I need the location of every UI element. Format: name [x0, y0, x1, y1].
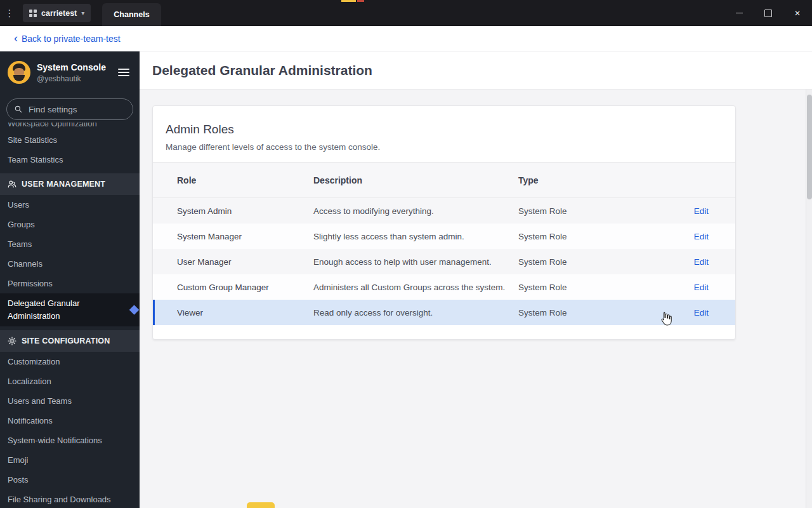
- card-description: Manage different levels of access to the…: [166, 142, 723, 152]
- maximize-icon: [764, 10, 772, 17]
- close-button[interactable]: ✕: [783, 0, 812, 26]
- window-controls: ✕: [724, 0, 812, 26]
- back-link-label: Back to private-team-test: [22, 34, 121, 44]
- cell-description: Read only access for oversight.: [313, 308, 518, 318]
- sidebar-item-groups[interactable]: Groups: [0, 215, 140, 234]
- close-icon: ✕: [794, 9, 801, 18]
- table-row-viewer[interactable]: Viewer Read only access for oversight. S…: [153, 300, 735, 325]
- cell-role: Viewer: [177, 308, 313, 318]
- column-header-description: Description: [313, 175, 518, 185]
- table-row-custom-group-manager: Custom Group Manager Administers all Cus…: [153, 274, 735, 300]
- edit-link[interactable]: Edit: [694, 206, 709, 216]
- back-navigation-bar: ‹ Back to private-team-test: [0, 26, 812, 51]
- sidebar-item-delegated-granular-administration[interactable]: Delegated Granular Administration: [0, 293, 140, 326]
- sidebar-item-system-wide-notifications[interactable]: System-wide Notifications: [0, 431, 140, 450]
- main-content: Admin Roles Manage different levels of a…: [140, 90, 812, 508]
- active-item-label: Delegated Granular Administration: [8, 298, 79, 321]
- background-window-artifact: [357, 0, 364, 2]
- cell-type: System Role: [518, 257, 632, 267]
- avatar[interactable]: [8, 61, 30, 84]
- titlebar: ⋮ carrietest ▾ Channels ✕: [0, 0, 812, 26]
- edit-link[interactable]: Edit: [694, 308, 709, 318]
- active-pointer-icon: [129, 305, 140, 315]
- card-head: Admin Roles Manage different levels of a…: [153, 106, 735, 162]
- console-username: @yesbhautik: [37, 74, 106, 83]
- column-header-role: Role: [177, 175, 313, 185]
- cell-description: Administers all Custom Groups across the…: [313, 283, 518, 292]
- cell-role: User Manager: [177, 257, 313, 267]
- page-header: Delegated Granular Administration: [140, 51, 812, 90]
- search-icon: [15, 105, 22, 114]
- minimize-icon: [736, 13, 743, 13]
- back-link[interactable]: ‹ Back to private-team-test: [14, 34, 121, 44]
- cell-description: Slightly less access than system admin.: [313, 232, 518, 241]
- sidebar-item-team-statistics[interactable]: Team Statistics: [0, 150, 140, 170]
- site-configuration-icon: [8, 337, 16, 345]
- cell-description: Enough access to help with user manageme…: [313, 257, 518, 267]
- sidebar-item-users[interactable]: Users: [0, 195, 140, 215]
- table-row-user-manager: User Manager Enough access to help with …: [153, 249, 735, 274]
- sidebar-titles: System Console @yesbhautik: [37, 62, 106, 83]
- user-management-icon: [8, 180, 16, 189]
- edit-link[interactable]: Edit: [694, 283, 709, 292]
- sidebar-item-teams[interactable]: Teams: [0, 234, 140, 254]
- section-site-configuration: SITE CONFIGURATION: [0, 330, 140, 352]
- server-grid-icon: [29, 10, 37, 17]
- edit-link[interactable]: Edit: [694, 257, 709, 267]
- cell-type: System Role: [518, 283, 632, 292]
- maximize-button[interactable]: [754, 0, 783, 26]
- tab-channels[interactable]: Channels: [102, 3, 160, 26]
- table-row-system-admin: System Admin Access to modifying everyth…: [153, 198, 735, 224]
- table-header-row: Role Description Type: [153, 162, 735, 198]
- card-title: Admin Roles: [166, 123, 723, 137]
- sidebar-item-permissions[interactable]: Permissions: [0, 274, 140, 293]
- edit-link[interactable]: Edit: [694, 232, 709, 241]
- section-site-configuration-label: SITE CONFIGURATION: [22, 337, 110, 345]
- cell-role: System Manager: [177, 232, 313, 241]
- page-title: Delegated Granular Administration: [152, 63, 372, 78]
- sidebar-item-customization[interactable]: Customization: [0, 352, 140, 371]
- server-selector[interactable]: carrietest ▾: [23, 4, 91, 22]
- sidebar-header: System Console @yesbhautik: [0, 51, 140, 93]
- background-window-artifact: [247, 502, 275, 508]
- vertical-scrollbar[interactable]: [806, 90, 812, 508]
- chevron-down-icon: ▾: [81, 10, 84, 17]
- cell-role: System Admin: [177, 206, 313, 216]
- hamburger-icon[interactable]: [118, 67, 129, 78]
- column-header-type: Type: [518, 175, 632, 185]
- clipped-sidebar-item: Workspace Optimization: [0, 123, 140, 130]
- cell-description: Access to modifying everything.: [313, 206, 518, 216]
- app-window: ⋮ carrietest ▾ Channels ✕ ‹ Back to priv…: [0, 0, 812, 508]
- cell-role: Custom Group Manager: [177, 283, 313, 292]
- roles-table: Role Description Type System Admin Acces…: [153, 162, 735, 339]
- scrollbar-thumb[interactable]: [807, 95, 812, 199]
- admin-roles-card: Admin Roles Manage different levels of a…: [152, 105, 736, 340]
- sidebar-item-emoji[interactable]: Emoji: [0, 450, 140, 470]
- sidebar-item-site-statistics[interactable]: Site Statistics: [0, 130, 140, 150]
- search-input[interactable]: [27, 104, 125, 115]
- sidebar-item-users-and-teams[interactable]: Users and Teams: [0, 391, 140, 411]
- server-name: carrietest: [41, 9, 77, 18]
- sidebar-item-channels[interactable]: Channels: [0, 254, 140, 274]
- sidebar-item-localization[interactable]: Localization: [0, 371, 140, 391]
- background-window-artifact: [341, 0, 356, 2]
- sidebar-item-posts[interactable]: Posts: [0, 470, 140, 490]
- settings-search[interactable]: [6, 98, 133, 120]
- section-user-management-label: USER MANAGEMENT: [22, 180, 105, 189]
- section-user-management: USER MANAGEMENT: [0, 173, 140, 195]
- sidebar-item-notifications[interactable]: Notifications: [0, 411, 140, 431]
- sidebar-item-workspace-optimization[interactable]: Workspace Optimization: [0, 123, 140, 129]
- table-row-system-manager: System Manager Slightly less access than…: [153, 224, 735, 249]
- cell-type: System Role: [518, 206, 632, 216]
- kebab-menu-icon[interactable]: ⋮: [0, 0, 19, 26]
- sidebar-item-file-sharing-and-downloads[interactable]: File Sharing and Downloads: [0, 490, 140, 508]
- sidebar: System Console @yesbhautik Workspace Opt…: [0, 51, 140, 508]
- cell-type: System Role: [518, 308, 632, 318]
- minimize-button[interactable]: [724, 0, 754, 26]
- console-title: System Console: [37, 62, 106, 72]
- cell-type: System Role: [518, 232, 632, 241]
- back-chevron-icon: ‹: [14, 34, 18, 43]
